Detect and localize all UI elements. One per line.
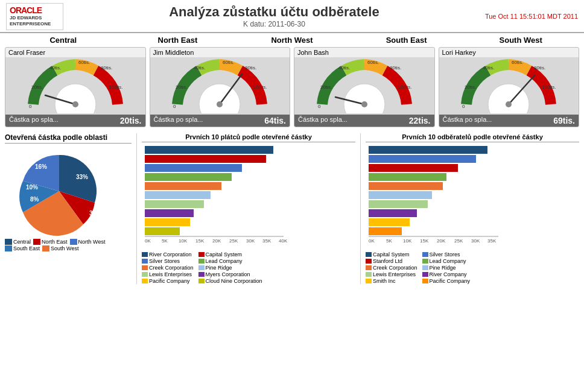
svg-text:20K: 20K [212, 238, 221, 244]
svg-text:80tis.: 80tis. [101, 65, 112, 71]
svg-text:33%: 33% [76, 174, 88, 180]
svg-text:16%: 16% [35, 163, 47, 170]
region-southeast: South East [349, 36, 464, 45]
gauge-value-2: 64tis. [264, 116, 286, 125]
svg-text:35K: 35K [487, 238, 497, 244]
svg-text:40tis.: 40tis. [194, 65, 205, 71]
svg-text:25K: 25K [454, 238, 463, 244]
svg-text:40tis.: 40tis. [483, 65, 494, 71]
pie-title: Otevřená částka podle oblasti [5, 133, 132, 144]
svg-point-35 [506, 101, 512, 107]
svg-text:0: 0 [318, 104, 321, 109]
svg-text:80tis.: 80tis. [245, 65, 256, 71]
svg-text:10%: 10% [26, 184, 38, 191]
svg-text:20tis.: 20tis. [320, 84, 332, 90]
svg-rect-69 [369, 218, 410, 226]
region-central: Central [6, 36, 121, 45]
gauge-label-3: Částka po spla... [298, 116, 348, 125]
svg-text:0K: 0K [369, 238, 375, 244]
svg-text:5K: 5K [162, 238, 168, 244]
svg-rect-49 [145, 218, 190, 226]
legend-northwest: North West [70, 239, 106, 245]
svg-point-0 [55, 84, 96, 113]
svg-rect-64 [369, 173, 446, 181]
svg-point-18 [344, 84, 385, 113]
svg-rect-46 [145, 191, 211, 199]
svg-text:60tis.: 60tis. [78, 60, 90, 65]
svg-rect-48 [145, 209, 194, 217]
svg-text:40tis.: 40tis. [49, 65, 61, 71]
svg-text:100tis.: 100tis. [542, 84, 556, 90]
bar-chart-1-section: Prvních 10 plátců podle otevřené částky [136, 133, 355, 284]
svg-text:60tis.: 60tis. [512, 60, 523, 65]
gauge-1: Carol Fraser 0 20tis. 40tis. 60tis. 80ti… [5, 47, 146, 127]
region-southwest: South West [463, 36, 578, 45]
svg-text:5K: 5K [386, 238, 392, 244]
svg-text:100tis.: 100tis. [109, 84, 123, 90]
svg-text:20tis.: 20tis. [176, 84, 187, 90]
svg-text:20tis.: 20tis. [31, 84, 43, 90]
gauges-row: Carol Fraser 0 20tis. 40tis. 60tis. 80ti… [0, 46, 584, 128]
svg-rect-44 [145, 173, 232, 181]
bar1-title: Prvních 10 plátců podle otevřené částky [142, 133, 355, 142]
gauge-value-1: 20tis. [120, 116, 142, 125]
gauge-svg-3: 0 20tis. 40tis. 60tis. 80tis. 100tis. [313, 56, 416, 113]
svg-text:35K: 35K [262, 238, 271, 244]
svg-text:80tis.: 80tis. [534, 65, 545, 71]
svg-rect-66 [369, 191, 432, 199]
bottom-charts: Otevřená částka podle oblasti 33% 32% 8%… [0, 131, 584, 286]
gauge-svg-1: 0 20tis. 40tis. 60tis. 80tis. 100tis. [24, 56, 127, 113]
gauge-3: John Bash 0 20tis. 40tis. 60tis. 80tis. … [294, 47, 435, 127]
jde-text: JD EDWARDSENTERPRISEONE [10, 15, 60, 28]
gauge-value-4: 69tis. [553, 116, 575, 125]
page-title: Analýza zůstatku účtu odběratele K datu:… [63, 4, 485, 28]
legend-northeast: North East [33, 239, 68, 245]
svg-text:60tis.: 60tis. [223, 60, 234, 65]
svg-rect-45 [145, 182, 221, 190]
region-northeast: North East [121, 36, 235, 45]
svg-rect-50 [145, 227, 180, 235]
gauge-label-2: Částka po spla... [154, 116, 203, 125]
pie-section: Otevřená částka podle oblasti 33% 32% 8%… [5, 133, 132, 284]
svg-text:0K: 0K [145, 238, 151, 244]
svg-rect-67 [369, 200, 428, 208]
svg-rect-41 [145, 146, 273, 154]
svg-point-9 [199, 84, 240, 113]
svg-text:20tis.: 20tis. [465, 84, 476, 90]
legend-southeast: South East [5, 245, 40, 251]
svg-text:10K: 10K [179, 238, 188, 244]
svg-text:30K: 30K [246, 238, 255, 244]
legend-southwest: South West [42, 245, 78, 251]
svg-text:0: 0 [173, 104, 176, 109]
gauge-svg-2: 0 20tis. 40tis. 60tis. 80tis. 100tis. [168, 56, 271, 113]
svg-text:15K: 15K [420, 238, 429, 244]
gauge-label-4: Částka po spla... [443, 116, 492, 125]
svg-rect-65 [369, 182, 443, 190]
svg-rect-43 [145, 164, 242, 172]
gauge-svg-4: 0 20tis. 40tis. 60tis. 80tis. 100tis. [457, 56, 560, 113]
oracle-text: ORACLE [10, 5, 60, 15]
svg-text:15K: 15K [195, 238, 205, 244]
svg-text:60tis.: 60tis. [367, 60, 379, 65]
gauge-2: Jim Middleton 0 20tis. 40tis. 60tis. 80t… [150, 47, 291, 127]
pie-legend: Central North East North West South East… [5, 239, 132, 251]
svg-text:0: 0 [462, 104, 465, 109]
gauge-value-3: 22tis. [409, 116, 431, 125]
svg-rect-42 [145, 155, 266, 163]
svg-text:100tis.: 100tis. [253, 84, 267, 90]
svg-point-17 [217, 101, 223, 107]
svg-text:30K: 30K [471, 238, 480, 244]
svg-rect-68 [369, 209, 417, 217]
legend-central: Central [5, 239, 31, 245]
svg-text:40tis.: 40tis. [338, 65, 350, 71]
svg-rect-61 [369, 146, 487, 154]
svg-text:32%: 32% [89, 210, 101, 217]
bar2-legend: Capital System Stanford Ltd Creek Corpor… [366, 251, 579, 284]
svg-text:20K: 20K [437, 238, 446, 244]
svg-text:40K: 40K [279, 238, 288, 244]
svg-text:8%: 8% [30, 196, 39, 203]
svg-text:80tis.: 80tis. [390, 65, 401, 71]
svg-text:0: 0 [29, 104, 32, 109]
region-northwest: North West [235, 36, 349, 45]
pie-chart-svg: 33% 32% 8% 10% 16% [5, 146, 113, 236]
